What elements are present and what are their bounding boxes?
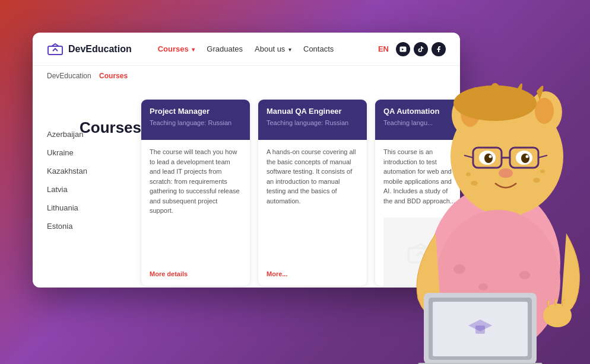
card-title-pm: Project Manager xyxy=(150,107,242,117)
sidebar-item-lithuania[interactable]: Lithuania xyxy=(47,199,136,217)
card-title-automation: QA Automation xyxy=(383,107,458,117)
nav-links: Courses ▾ Graduates About us ▾ Contacts xyxy=(158,44,361,53)
svg-point-19 xyxy=(526,155,529,158)
svg-rect-29 xyxy=(429,298,532,360)
card-logo xyxy=(383,218,458,286)
youtube-icon[interactable] xyxy=(396,42,410,56)
page-title: Courses xyxy=(80,119,141,137)
svg-point-15 xyxy=(516,151,532,165)
card-footer-automation xyxy=(375,213,460,286)
svg-rect-31 xyxy=(475,325,485,334)
lang-button[interactable]: EN xyxy=(378,44,389,53)
course-card-automation: QA Automation Teaching langu... This cou… xyxy=(375,99,460,286)
card-body-pm: The course will teach you how to lead a … xyxy=(141,140,250,263)
svg-point-14 xyxy=(479,151,496,165)
more-details-qa[interactable]: More... xyxy=(267,270,287,277)
course-card-pm: Project Manager Teaching language: Russi… xyxy=(141,99,250,286)
card-footer-pm: More details xyxy=(141,263,250,286)
sidebar-item-estonia[interactable]: Estonia xyxy=(47,217,136,235)
svg-rect-9 xyxy=(473,148,502,168)
card-body-qa: A hands-on course covering all the basic… xyxy=(258,140,367,263)
facebook-icon[interactable] xyxy=(432,42,446,56)
sidebar-item-ukraine[interactable]: Ukraine xyxy=(47,143,136,162)
card-header-pm: Project Manager Teaching language: Russi… xyxy=(141,100,250,140)
card-header-automation: QA Automation Teaching langu... xyxy=(375,100,460,140)
svg-point-22 xyxy=(466,173,471,176)
svg-rect-30 xyxy=(433,302,528,356)
breadcrumb-home[interactable]: DevEducation xyxy=(47,72,91,80)
chevron-down-icon: ▾ xyxy=(192,46,195,53)
card-footer-qa: More... xyxy=(258,263,367,286)
svg-point-34 xyxy=(478,283,488,290)
courses-grid: Project Manager Teaching language: Russi… xyxy=(136,94,460,288)
chevron-down-icon-about: ▾ xyxy=(288,46,291,53)
tiktok-icon[interactable] xyxy=(414,42,428,56)
svg-line-12 xyxy=(464,155,473,158)
logo-text: DevEducation xyxy=(68,44,132,55)
svg-point-27 xyxy=(427,313,453,334)
svg-point-6 xyxy=(529,91,562,133)
svg-point-16 xyxy=(484,154,493,163)
course-card-qa: Manual QA Engineer Teaching language: Ru… xyxy=(258,99,367,286)
social-icons xyxy=(396,42,446,56)
nav-about[interactable]: About us ▾ xyxy=(255,44,291,53)
card-lang-automation: Teaching langu... xyxy=(383,119,458,126)
svg-rect-25 xyxy=(492,210,522,237)
browser-window: DevEducation Courses ▾ Graduates About u… xyxy=(33,33,460,288)
svg-rect-0 xyxy=(48,46,62,55)
svg-point-24 xyxy=(540,170,545,173)
svg-point-18 xyxy=(489,155,492,158)
card-header-qa: Manual QA Engineer Teaching language: Ru… xyxy=(258,100,367,140)
breadcrumb-current: Courses xyxy=(99,72,128,80)
svg-line-13 xyxy=(538,155,547,158)
logo[interactable]: DevEducation xyxy=(47,43,132,56)
svg-point-35 xyxy=(519,271,530,279)
navigation: DevEducation Courses ▾ Graduates About u… xyxy=(33,33,460,66)
svg-rect-1 xyxy=(408,248,433,262)
sidebar-item-latvia[interactable]: Latvia xyxy=(47,180,136,199)
svg-point-21 xyxy=(471,181,478,186)
svg-rect-10 xyxy=(510,148,538,168)
svg-point-3 xyxy=(451,97,563,216)
nav-courses[interactable]: Courses ▾ xyxy=(158,44,195,53)
svg-point-23 xyxy=(533,178,540,183)
svg-point-8 xyxy=(453,85,537,121)
nav-graduates[interactable]: Graduates xyxy=(207,44,243,53)
card-body-automation: This course is an introduction to test a… xyxy=(375,140,460,213)
card-lang-pm: Teaching language: Russian xyxy=(150,119,242,126)
svg-point-36 xyxy=(543,304,572,327)
svg-point-20 xyxy=(499,168,513,178)
svg-point-17 xyxy=(521,154,529,163)
sidebar-item-kazakhstan[interactable]: Kazakhstan xyxy=(47,162,136,180)
svg-point-5 xyxy=(461,101,480,127)
card-title-qa: Manual QA Engineer xyxy=(267,107,359,117)
breadcrumb: DevEducation Courses xyxy=(33,66,460,84)
svg-rect-28 xyxy=(424,293,537,364)
nav-contacts[interactable]: Contacts xyxy=(303,44,334,53)
more-details-pm[interactable]: More details xyxy=(150,270,188,277)
nav-right: EN xyxy=(378,42,446,56)
card-lang-qa: Teaching language: Russian xyxy=(267,119,359,126)
svg-point-7 xyxy=(535,98,554,124)
